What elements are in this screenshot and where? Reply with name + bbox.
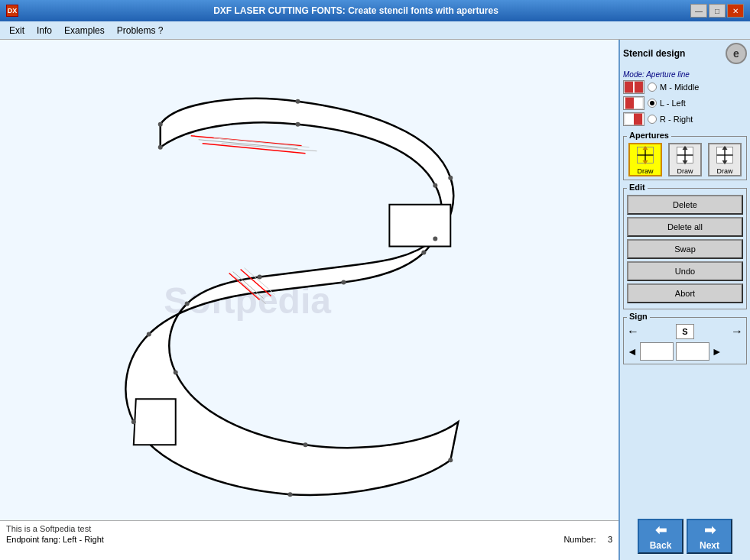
title-bar: DX DXF LASER CUTTING FONTS: Create stenc… bbox=[0, 0, 750, 21]
menu-info[interactable]: Info bbox=[31, 24, 58, 37]
svg-point-18 bbox=[448, 458, 453, 462]
next-arrow-icon[interactable]: ► bbox=[712, 345, 722, 358]
right-panel: Stencil design e Mode: Aperture line M -… bbox=[620, 40, 750, 560]
back-arrow-icon: ⬅ bbox=[655, 522, 667, 539]
aperture-icon-1 bbox=[635, 144, 656, 166]
radio-left[interactable] bbox=[648, 99, 657, 108]
radio-right[interactable] bbox=[648, 115, 657, 124]
svg-point-11 bbox=[296, 99, 300, 104]
number-status: Number: 3 bbox=[563, 535, 612, 544]
svg-rect-33 bbox=[634, 114, 644, 125]
e-icon: e bbox=[726, 43, 747, 64]
sign-row2: ◄ ► bbox=[627, 342, 743, 361]
svg-point-23 bbox=[421, 251, 426, 255]
app-icon: DX bbox=[6, 5, 18, 17]
svg-point-14 bbox=[258, 275, 262, 280]
mode-right[interactable]: R - Right bbox=[623, 112, 747, 126]
status-line2: Endpoint fang: Left - Right Number: 3 bbox=[6, 535, 612, 544]
status-bar: This is a Softpedia test Endpoint fang: … bbox=[0, 520, 619, 560]
swap-button[interactable]: Swap bbox=[627, 239, 743, 259]
svg-point-19 bbox=[288, 492, 293, 497]
mode-middle-icon bbox=[623, 80, 644, 94]
close-button[interactable]: ✕ bbox=[727, 4, 744, 18]
svg-point-25 bbox=[296, 122, 300, 127]
mode-left-label: L - Left bbox=[660, 99, 686, 108]
mode-left-icon bbox=[623, 96, 644, 110]
mode-label: Mode: Aperture line bbox=[623, 70, 747, 79]
svg-point-17 bbox=[304, 442, 308, 447]
mode-section: Mode: Aperture line M - Middle bbox=[623, 70, 747, 128]
radio-middle[interactable] bbox=[648, 83, 657, 92]
svg-point-22 bbox=[341, 280, 346, 285]
svg-point-20 bbox=[131, 419, 136, 424]
title-bar-controls: — □ ✕ bbox=[690, 4, 744, 18]
mode-right-icon bbox=[623, 112, 644, 126]
aperture-button-2[interactable]: Draw bbox=[668, 143, 702, 176]
endpoint-status: Endpoint fang: Left - Right bbox=[6, 535, 104, 544]
undo-button[interactable]: Undo bbox=[627, 261, 743, 281]
status-line1: This is a Softpedia test bbox=[6, 524, 612, 533]
delete-button[interactable]: Delete bbox=[627, 195, 743, 215]
apertures-title: Apertures bbox=[627, 131, 671, 140]
aperture-label-2: Draw bbox=[677, 167, 693, 175]
mode-right-label: R - Right bbox=[660, 115, 693, 124]
sign-letter-box: S bbox=[676, 324, 694, 339]
maximize-button[interactable]: □ bbox=[709, 4, 726, 18]
canvas-area[interactable]: Softpedia bbox=[0, 40, 620, 560]
delete-all-button[interactable]: Delete all bbox=[627, 217, 743, 237]
canvas-svg bbox=[0, 40, 619, 560]
spacer bbox=[623, 367, 747, 513]
mode-middle-label: M - Middle bbox=[660, 83, 699, 92]
main-content: Softpedia bbox=[0, 40, 750, 560]
aperture-label-1: Draw bbox=[637, 167, 653, 175]
svg-point-16 bbox=[174, 370, 178, 374]
sign-row: ← S → bbox=[627, 324, 743, 339]
svg-point-24 bbox=[433, 183, 437, 188]
back-label: Back bbox=[650, 540, 672, 551]
svg-point-13 bbox=[433, 237, 437, 241]
panel-header: Stencil design e bbox=[623, 43, 747, 64]
abort-button[interactable]: Abort bbox=[627, 283, 743, 303]
window-title: DXF LASER CUTTING FONTS: Create stencil … bbox=[21, 5, 690, 16]
prev-arrow-icon[interactable]: ◄ bbox=[627, 345, 638, 358]
svg-rect-30 bbox=[625, 98, 634, 109]
right-arrow-icon: → bbox=[731, 325, 743, 338]
mode-middle[interactable]: M - Middle bbox=[623, 80, 747, 94]
menu-exit[interactable]: Exit bbox=[3, 24, 31, 37]
menu-problems[interactable]: Problems ? bbox=[111, 24, 170, 37]
next-label: Next bbox=[700, 540, 719, 551]
menu-examples[interactable]: Examples bbox=[58, 24, 111, 37]
apertures-row: Draw Draw bbox=[627, 143, 743, 176]
sign-section: Sign ← S → ◄ ► bbox=[623, 317, 747, 364]
aperture-label-3: Draw bbox=[716, 167, 732, 175]
left-arrow-icon: ← bbox=[627, 325, 639, 338]
panel-title: Stencil design bbox=[623, 48, 685, 59]
next-arrow-icon: ➡ bbox=[704, 522, 716, 539]
apertures-section: Apertures Draw bbox=[623, 136, 747, 180]
aperture-button-3[interactable]: Draw bbox=[708, 143, 742, 176]
svg-point-26 bbox=[158, 145, 163, 150]
sign-left-rect bbox=[640, 342, 674, 361]
sign-right-rect bbox=[676, 342, 709, 361]
svg-point-10 bbox=[158, 122, 163, 127]
aperture-icon-2 bbox=[674, 144, 696, 166]
mode-left[interactable]: L - Left bbox=[623, 96, 747, 110]
aperture-button-1[interactable]: Draw bbox=[628, 143, 662, 176]
aperture-icon-3 bbox=[714, 144, 735, 166]
sign-title: Sign bbox=[627, 312, 650, 321]
title-bar-left: DX bbox=[6, 5, 21, 17]
minimize-button[interactable]: — bbox=[690, 4, 707, 18]
svg-point-21 bbox=[147, 332, 151, 336]
next-button[interactable]: ➡ Next bbox=[687, 519, 732, 554]
svg-point-15 bbox=[185, 301, 190, 306]
back-button[interactable]: ⬅ Back bbox=[638, 519, 683, 554]
edit-title: Edit bbox=[627, 183, 648, 192]
edit-section: Edit Delete Delete all Swap Undo Abort bbox=[623, 188, 747, 309]
nav-buttons: ⬅ Back ➡ Next bbox=[623, 516, 747, 557]
menu-bar: Exit Info Examples Problems ? bbox=[0, 21, 750, 40]
svg-point-12 bbox=[448, 176, 453, 180]
